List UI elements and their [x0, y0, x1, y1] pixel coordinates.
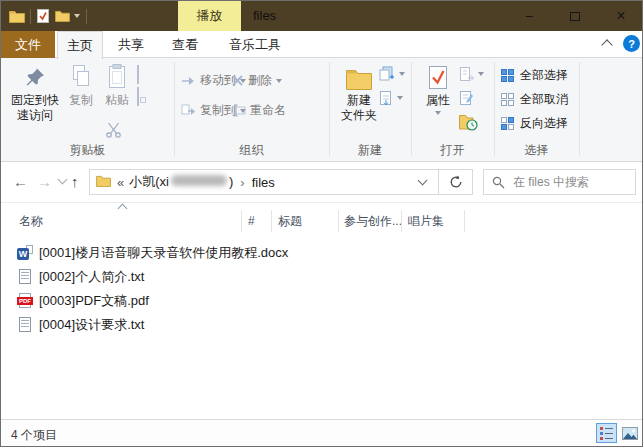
large-icons-view-button[interactable]: [619, 423, 640, 443]
rename-button[interactable]: 重命名: [231, 102, 286, 119]
select-all-icon: [501, 69, 514, 82]
minimize-button[interactable]: −: [506, 1, 552, 31]
breadcrumb-overflow-chevrons[interactable]: «: [117, 175, 124, 190]
paste-button[interactable]: 粘贴: [99, 62, 135, 108]
new-item-chevron-icon: [399, 72, 405, 76]
new-folder-label-line1: 新建: [347, 93, 371, 108]
easy-access-chevron-icon: [397, 96, 403, 100]
address-dropdown-chevron-icon[interactable]: [418, 176, 428, 186]
paste-label: 粘贴: [105, 93, 129, 108]
tab-home[interactable]: 主页: [57, 31, 103, 59]
cut-button[interactable]: [105, 122, 122, 142]
properties-icon: [428, 62, 448, 90]
rename-icon: [231, 104, 246, 117]
qat-new-folder-button[interactable]: [55, 10, 70, 22]
tab-view[interactable]: 查看: [161, 31, 209, 58]
copy-to-icon: [181, 104, 196, 118]
pin-to-quick-access-button[interactable]: 固定到快 速访问: [7, 62, 63, 123]
maximize-icon: [570, 12, 580, 21]
contextual-tab-play[interactable]: 播放: [178, 1, 241, 31]
recent-locations-chevron-icon[interactable]: [58, 175, 68, 185]
details-view-icon: [600, 427, 613, 440]
navigation-bar: ← → ↑ « 小凯(xi) › files: [1, 162, 642, 203]
app-folder-icon: [9, 10, 25, 23]
easy-access-icon: [379, 90, 393, 106]
properties-label: 属性: [426, 93, 450, 108]
breadcrumb-separator-chevron: ›: [240, 175, 244, 190]
column-header-number[interactable]: #: [248, 207, 255, 235]
select-group-label: 选择: [494, 142, 579, 158]
file-row[interactable]: W [0001]楼月语音聊天录音软件使用教程.docx: [1, 241, 634, 265]
status-bar: 4 个项目: [1, 419, 642, 446]
column-header-name[interactable]: 名称: [19, 207, 43, 235]
tab-share[interactable]: 共享: [107, 31, 155, 58]
select-none-button[interactable]: 全部取消: [501, 91, 568, 108]
invert-selection-label: 反向选择: [520, 115, 568, 132]
column-header-album[interactable]: 唱片集: [408, 207, 444, 235]
explorer-window: 播放 files − × 文件 主页 共享 查看 音乐工具 ? 固定到快 速访问: [0, 0, 643, 447]
copy-path-button[interactable]: [137, 66, 139, 84]
search-icon: [492, 176, 505, 189]
select-all-button[interactable]: 全部选择: [501, 67, 568, 84]
item-count: 4 个项目: [11, 427, 57, 444]
group-separator: [579, 62, 580, 156]
collapse-ribbon-chevron-icon[interactable]: [601, 39, 612, 50]
tab-file[interactable]: 文件: [1, 31, 55, 58]
delete-icon: [231, 74, 244, 87]
open-group-label: 打开: [411, 142, 494, 158]
pin-label-line1: 固定到快: [11, 93, 59, 108]
column-header-title[interactable]: 标题: [278, 207, 302, 235]
close-button[interactable]: ×: [598, 1, 643, 31]
column-separator[interactable]: [464, 210, 465, 232]
file-row[interactable]: [0002]个人简介.txt: [1, 265, 634, 289]
paste-shortcut-button[interactable]: [137, 88, 139, 106]
new-folder-icon: [346, 62, 372, 90]
delete-button[interactable]: 删除: [231, 72, 282, 89]
forward-button[interactable]: →: [37, 174, 52, 189]
history-icon: [459, 114, 478, 131]
titlebar: 播放 files − ×: [1, 1, 642, 31]
pin-icon: [24, 62, 46, 90]
maximize-button[interactable]: [552, 1, 598, 31]
window-title: files: [253, 1, 276, 31]
column-separator[interactable]: [271, 210, 272, 232]
column-separator[interactable]: [401, 210, 402, 232]
open-icon: [459, 66, 474, 82]
history-button[interactable]: [459, 114, 478, 131]
address-bar[interactable]: « 小凯(xi) › files: [89, 169, 439, 195]
file-row[interactable]: PDF [0003]PDF文稿.pdf: [1, 289, 634, 313]
breadcrumb-current-folder[interactable]: files: [252, 175, 275, 190]
up-button[interactable]: ↑: [71, 174, 79, 189]
details-view-button[interactable]: [596, 423, 617, 443]
easy-access-button[interactable]: [379, 90, 403, 106]
search-box[interactable]: [483, 169, 636, 195]
invert-selection-button[interactable]: 反向选择: [501, 115, 568, 132]
open-button[interactable]: [459, 66, 484, 82]
column-header-contributing-artists[interactable]: 参与创作...: [344, 207, 402, 235]
breadcrumb-user-folder[interactable]: 小凯(xi): [129, 173, 233, 191]
qat-customize-chevron-icon[interactable]: [74, 14, 80, 18]
tab-music-tools[interactable]: 音乐工具: [221, 31, 289, 58]
refresh-button[interactable]: [439, 169, 473, 195]
properties-button[interactable]: 属性: [417, 62, 459, 115]
edit-button[interactable]: [459, 90, 474, 106]
file-name: [0001]楼月语音聊天录音软件使用教程.docx: [39, 244, 288, 262]
breadcrumb-user-text-end: ): [229, 174, 233, 189]
invert-selection-icon: [501, 117, 514, 130]
file-row[interactable]: [0004]设计要求.txt: [1, 313, 634, 337]
column-separator[interactable]: [241, 210, 242, 232]
copy-button[interactable]: 复制: [63, 62, 99, 108]
new-group-label: 新建: [329, 142, 411, 158]
back-button[interactable]: ←: [13, 174, 28, 189]
pdf-icon: PDF: [17, 293, 33, 309]
help-button[interactable]: ?: [623, 35, 640, 52]
qat-properties-button[interactable]: [37, 9, 49, 23]
copy-path-icon: [137, 65, 139, 84]
address-folder-icon: [96, 175, 111, 190]
new-folder-button[interactable]: 新建 文件夹: [333, 62, 385, 123]
search-input[interactable]: [513, 175, 623, 189]
paste-icon: [107, 62, 127, 90]
column-separator[interactable]: [338, 210, 339, 232]
new-item-button[interactable]: [379, 66, 405, 82]
new-folder-label-line2: 文件夹: [341, 108, 377, 123]
